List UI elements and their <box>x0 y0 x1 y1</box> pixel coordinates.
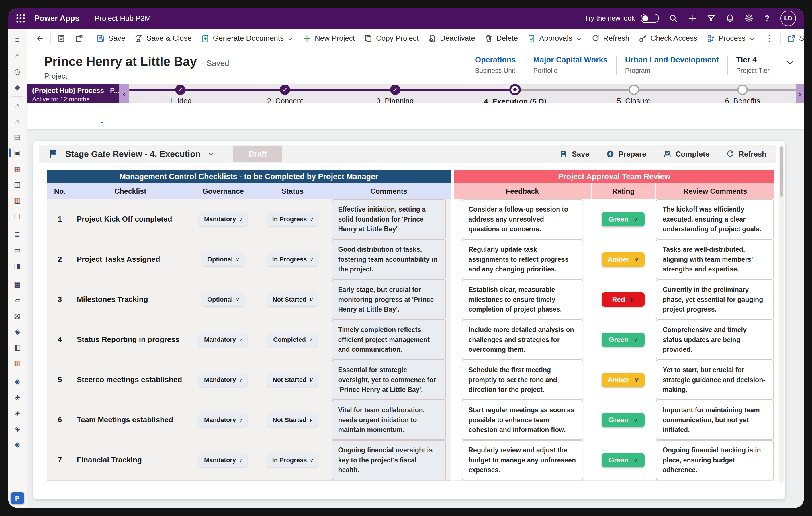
settings-gear-icon[interactable] <box>744 14 754 23</box>
tab-tasks[interactable] <box>173 109 174 123</box>
stage-4[interactable]: 4. Execution (5 D) <box>484 84 546 106</box>
cmd-check-access-button[interactable]: Check Access <box>634 31 702 46</box>
sidebar-home-icon[interactable]: ⌂ <box>8 48 27 64</box>
tab-assessment[interactable] <box>87 109 88 123</box>
comments-textbox[interactable]: Timely completion reflects efficient pro… <box>332 320 446 360</box>
sidebar-p-document-icon[interactable]: ◨ <box>8 258 27 274</box>
review-comments-textbox[interactable]: Currently in the preliminary phase, yet … <box>656 280 774 320</box>
status-dropdown[interactable]: Not Started∨ <box>267 413 318 427</box>
cmd-process-button[interactable]: Process <box>702 31 760 46</box>
feedback-textbox[interactable]: Start regular meetings as soon as possib… <box>462 400 583 440</box>
cmd-save-button[interactable]: Save <box>92 31 130 46</box>
tab-investments[interactable] <box>187 109 188 123</box>
status-dropdown[interactable]: Not Started∨ <box>267 373 318 387</box>
prepare-button[interactable]: Prepare <box>606 150 646 159</box>
more-commands-button[interactable]: ⋮ <box>760 33 779 43</box>
tab-business-case[interactable] <box>73 109 74 123</box>
review-comments-textbox[interactable]: The kickoff was efficiently executed, en… <box>656 199 774 239</box>
cmd-approvals-button[interactable]: Approvals <box>523 31 587 46</box>
rating-dropdown[interactable]: Green∨ <box>602 453 645 467</box>
review-comments-textbox[interactable]: Tasks are well-distributed, aligning wit… <box>656 239 774 280</box>
sidebar-sync-4-icon[interactable]: ◈ <box>8 421 27 437</box>
feedback-textbox[interactable]: Establish clear, measurable milestones t… <box>462 280 583 320</box>
feedback-textbox[interactable]: Regularly review and adjust the budget t… <box>462 440 583 480</box>
feedback-textbox[interactable]: Include more detailed analysis on challe… <box>462 320 583 360</box>
sidebar-vehicle-icon[interactable]: ▱ <box>8 292 27 308</box>
governance-dropdown[interactable]: Optional∨ <box>202 253 244 266</box>
header-expand-chevron-icon[interactable] <box>786 58 794 67</box>
notifications-icon[interactable] <box>725 14 735 23</box>
governance-dropdown[interactable]: Mandatory∨ <box>199 333 248 347</box>
tab-milestones[interactable] <box>216 109 217 123</box>
governance-dropdown[interactable]: Mandatory∨ <box>199 453 248 467</box>
refresh-button[interactable]: Refresh <box>726 150 766 159</box>
comments-textbox[interactable]: Good distribution of tasks, fostering te… <box>332 239 446 280</box>
sidebar-chart-icon[interactable]: ▥ <box>8 355 27 371</box>
cmd-save-close-button[interactable]: Save & Close <box>130 31 196 46</box>
complete-button[interactable]: Complete <box>663 150 709 159</box>
sidebar-projects-home-icon[interactable]: ⌂ <box>8 98 27 114</box>
save-button[interactable]: Save <box>559 150 589 159</box>
review-comments-textbox[interactable]: Ongoing financial tracking is in place, … <box>656 440 774 480</box>
sidebar-pinned-icon[interactable]: ◆ <box>8 79 27 95</box>
rating-dropdown[interactable]: Amber∨ <box>602 252 645 266</box>
status-dropdown[interactable]: Not Started∨ <box>267 293 318 307</box>
process-info-box[interactable]: (Project Hub) Process - P... Active for … <box>27 84 119 104</box>
status-dropdown[interactable]: In Progress∨ <box>267 212 318 226</box>
review-comments-textbox[interactable]: Yet to start, but crucial for strategic … <box>656 360 774 400</box>
cmd-delete-button[interactable]: Delete <box>480 31 523 46</box>
stage-3[interactable]: ✓ 3. Planning <box>376 84 414 106</box>
vertical-scrollbar[interactable] <box>779 145 784 484</box>
app-name[interactable]: Project Hub P3M <box>94 14 151 23</box>
rating-dropdown[interactable]: Green∨ <box>602 413 645 427</box>
user-avatar[interactable]: LD <box>781 10 796 26</box>
sidebar-timeline-icon[interactable]: ▭ <box>8 242 27 258</box>
share-button[interactable]: Share <box>782 31 804 46</box>
feedback-textbox[interactable]: Schedule the first meeting promptly to s… <box>462 360 583 400</box>
feedback-textbox[interactable]: Consider a follow-up session to address … <box>462 199 583 239</box>
sidebar-layers-icon[interactable]: ▦ <box>8 161 27 177</box>
tab-changes[interactable] <box>159 109 160 123</box>
status-dropdown[interactable]: In Progress∨ <box>267 253 318 266</box>
stage-5[interactable]: 5. Closure <box>617 84 651 106</box>
sidebar-sync-3-icon[interactable]: ◈ <box>8 405 27 421</box>
sidebar-recent-icon[interactable]: ◷ <box>8 64 27 79</box>
sidebar-kanban-icon[interactable]: ◫ <box>8 177 27 192</box>
field-value[interactable]: Urban Land Development <box>625 56 719 64</box>
tab-transactions[interactable] <box>230 109 232 123</box>
sidebar-workflow-icon[interactable]: ◈ <box>8 324 27 339</box>
review-select-chevron-icon[interactable] <box>207 150 214 158</box>
add-icon[interactable] <box>688 14 697 23</box>
governance-dropdown[interactable]: Mandatory∨ <box>199 413 248 427</box>
process-scroll-left-button[interactable]: ‹ <box>119 84 129 104</box>
rating-dropdown[interactable]: Red∨ <box>602 292 645 307</box>
status-dropdown[interactable]: Completed∨ <box>268 333 317 347</box>
rating-dropdown[interactable]: Green∨ <box>602 212 645 227</box>
form-switcher-button[interactable] <box>53 31 70 46</box>
sidebar-programs-home-icon[interactable]: ⌂ <box>8 114 27 129</box>
cmd-generate-documents-button[interactable]: Generate Documents <box>196 31 298 46</box>
cmd-deactivate-button[interactable]: Deactivate <box>423 31 480 46</box>
review-comments-textbox[interactable]: Important for maintaining team communica… <box>656 400 774 440</box>
comments-textbox[interactable]: Ongoing financial oversight is key to th… <box>332 440 446 480</box>
comments-textbox[interactable]: Effective initiation, setting a solid fo… <box>332 199 446 239</box>
scrollbar-thumb[interactable] <box>780 146 783 197</box>
rating-dropdown[interactable]: Amber∨ <box>602 373 645 387</box>
process-scroll-right-button[interactable]: › <box>796 84 804 104</box>
sidebar-sync-1-icon[interactable]: ◈ <box>8 374 27 389</box>
field-value[interactable]: Tier 4 <box>736 56 770 64</box>
search-icon[interactable] <box>669 14 678 23</box>
rating-dropdown[interactable]: Green∨ <box>602 333 645 347</box>
sidebar-sync-2-icon[interactable]: ◈ <box>8 389 27 405</box>
review-comments-textbox[interactable]: Comprehensive and timely status updates … <box>656 320 774 360</box>
governance-dropdown[interactable]: Mandatory∨ <box>199 373 248 387</box>
cmd-refresh-button[interactable]: Refresh <box>587 31 634 46</box>
sidebar-calendar-icon[interactable]: ▦ <box>8 276 27 292</box>
waffle-icon[interactable] <box>16 13 26 24</box>
tab-actions[interactable] <box>144 109 146 123</box>
sidebar-list-icon[interactable]: ≣ <box>8 227 27 242</box>
sidebar-media-icon[interactable]: ◧ <box>8 339 27 355</box>
status-dropdown[interactable]: In Progress∨ <box>267 453 318 467</box>
comments-textbox[interactable]: Vital for team collaboration, needs urge… <box>332 400 446 440</box>
app-logo-p[interactable]: P <box>10 492 24 504</box>
